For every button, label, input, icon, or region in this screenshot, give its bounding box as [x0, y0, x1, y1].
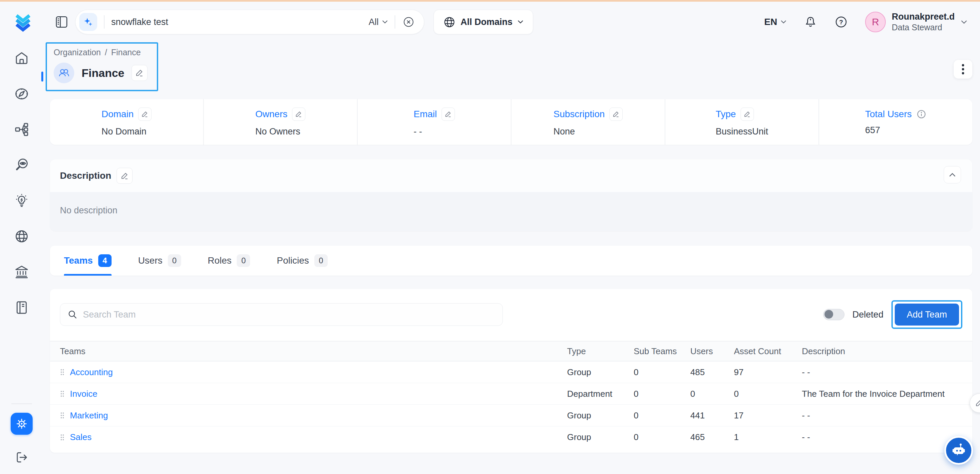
- help-button[interactable]: ?: [834, 15, 848, 29]
- cell-description: - -: [802, 410, 972, 421]
- chevron-down-icon: [382, 20, 388, 24]
- edit-email-button[interactable]: [442, 108, 455, 121]
- tab-policies[interactable]: Policies 0: [277, 246, 327, 275]
- tab-users[interactable]: Users 0: [138, 246, 181, 275]
- tab-teams-label: Teams: [64, 255, 93, 266]
- domains-filter-label: All Domains: [461, 17, 512, 27]
- search-icon: [68, 310, 78, 320]
- team-link-sales[interactable]: Sales: [70, 432, 92, 442]
- sidebar-item-lineage[interactable]: [14, 121, 30, 137]
- deleted-toggle[interactable]: [823, 309, 845, 320]
- collapse-description-button[interactable]: [944, 166, 961, 183]
- edit-subscription-button[interactable]: [609, 108, 623, 121]
- search-scope-dropdown[interactable]: All: [369, 17, 388, 27]
- breadcrumb-separator: /: [105, 48, 107, 57]
- drag-handle-icon[interactable]: [60, 412, 65, 419]
- summary-label-type[interactable]: Type: [716, 109, 736, 119]
- edit-owners-button[interactable]: [292, 108, 305, 121]
- cell-sub-teams: 0: [634, 410, 690, 421]
- sidebar-item-insights[interactable]: [14, 193, 30, 209]
- tab-policies-label: Policies: [277, 255, 309, 266]
- settings-button[interactable]: [11, 413, 33, 435]
- kebab-menu-icon: [961, 64, 965, 75]
- sidebar-item-observability[interactable]: [14, 157, 30, 173]
- cell-type: Group: [567, 367, 634, 377]
- sidebar-toggle-icon[interactable]: [55, 15, 68, 29]
- global-search-bar[interactable]: All: [75, 10, 424, 34]
- more-actions-button[interactable]: [954, 60, 972, 78]
- chevron-down-icon: [961, 20, 967, 24]
- sidebar-item-governance[interactable]: [14, 264, 30, 280]
- cell-asset-count: 1: [734, 432, 802, 442]
- summary-domain: Domain No Domain: [50, 99, 203, 145]
- breadcrumb-current: Finance: [111, 48, 141, 57]
- cell-users: 0: [690, 389, 734, 399]
- clear-search-icon[interactable]: [402, 15, 415, 29]
- edit-pencil-icon: [744, 110, 751, 118]
- chatbot-button[interactable]: [944, 436, 973, 465]
- edit-description-button[interactable]: [116, 168, 132, 184]
- summary-value-type: BusinessUnit: [716, 126, 768, 137]
- info-circle-icon[interactable]: [916, 109, 926, 119]
- sidebar-item-domains[interactable]: [14, 228, 30, 244]
- team-link-invoice[interactable]: Invoice: [70, 389, 97, 399]
- tab-teams[interactable]: Teams 4: [64, 246, 111, 275]
- topbar: All All Domains EN: [0, 2, 980, 42]
- column-header-users: Users: [690, 346, 734, 356]
- user-name: Rounakpreet.d: [892, 11, 955, 23]
- ai-sparkle-icon[interactable]: [79, 13, 97, 31]
- tab-users-label: Users: [138, 255, 162, 266]
- cell-description: The Team for the Invoice Department: [802, 389, 972, 399]
- team-tabs: Teams 4 Users 0 Roles 0 Policies 0: [50, 246, 972, 275]
- toggle-knob: [824, 310, 833, 318]
- annotated-add-team: Add Team: [891, 300, 963, 329]
- page-title: Finance: [81, 67, 124, 80]
- breadcrumb-organization[interactable]: Organization: [54, 48, 101, 57]
- summary-value-email: - -: [414, 126, 422, 137]
- summary-label-domain[interactable]: Domain: [102, 109, 134, 119]
- add-team-button[interactable]: Add Team: [895, 304, 959, 326]
- chevron-down-icon: [781, 20, 786, 24]
- edit-type-button[interactable]: [741, 108, 754, 121]
- summary-type: Type BusinessUnit: [665, 99, 818, 145]
- summary-label-owners[interactable]: Owners: [255, 109, 287, 119]
- gear-icon: [15, 417, 28, 430]
- cell-asset-count: 0: [734, 389, 802, 399]
- team-link-accounting[interactable]: Accounting: [70, 367, 113, 377]
- tab-roles[interactable]: Roles 0: [208, 246, 250, 275]
- cell-users: 465: [690, 432, 734, 442]
- notifications-button[interactable]: [804, 15, 817, 29]
- table-row: Sales Group 0 465 1 - -: [50, 426, 972, 448]
- domains-filter-dropdown[interactable]: All Domains: [434, 10, 533, 34]
- edit-domain-button[interactable]: [138, 108, 151, 121]
- column-header-type: Type: [567, 346, 634, 356]
- summary-value-total-users: 657: [865, 125, 880, 135]
- global-search-input[interactable]: [111, 17, 369, 27]
- table-row: Marketing Group 0 441 17 - -: [50, 405, 972, 426]
- sidebar-item-explore[interactable]: [14, 86, 30, 102]
- tab-roles-label: Roles: [208, 255, 232, 266]
- drag-handle-icon[interactable]: [60, 390, 65, 398]
- drag-handle-icon[interactable]: [60, 369, 65, 376]
- edit-team-name-button[interactable]: [132, 65, 148, 81]
- explore-compass-icon: [14, 86, 29, 102]
- tab-roles-count: 0: [237, 254, 250, 267]
- team-search-input[interactable]: [83, 310, 495, 320]
- help-circle-icon: ?: [834, 15, 848, 29]
- drag-handle-icon[interactable]: [60, 434, 65, 441]
- language-selector[interactable]: EN: [764, 17, 786, 27]
- summary-label-email[interactable]: Email: [414, 109, 437, 119]
- sidebar-item-home[interactable]: [14, 50, 30, 66]
- annotated-team-header: Organization / Finance Finance: [46, 42, 158, 91]
- app-logo-icon[interactable]: [13, 12, 33, 32]
- avatar: R: [865, 12, 886, 32]
- summary-label-subscription[interactable]: Subscription: [554, 109, 605, 119]
- user-menu[interactable]: R Rounakpreet.d Data Steward: [865, 11, 967, 33]
- description-empty-text: No description: [60, 205, 118, 215]
- deleted-toggle-label: Deleted: [853, 310, 883, 320]
- sidebar-item-glossary[interactable]: [14, 300, 30, 316]
- svg-text:?: ?: [839, 19, 843, 25]
- team-search-field[interactable]: [60, 303, 503, 326]
- logout-button[interactable]: [14, 449, 30, 465]
- team-link-marketing[interactable]: Marketing: [70, 410, 108, 421]
